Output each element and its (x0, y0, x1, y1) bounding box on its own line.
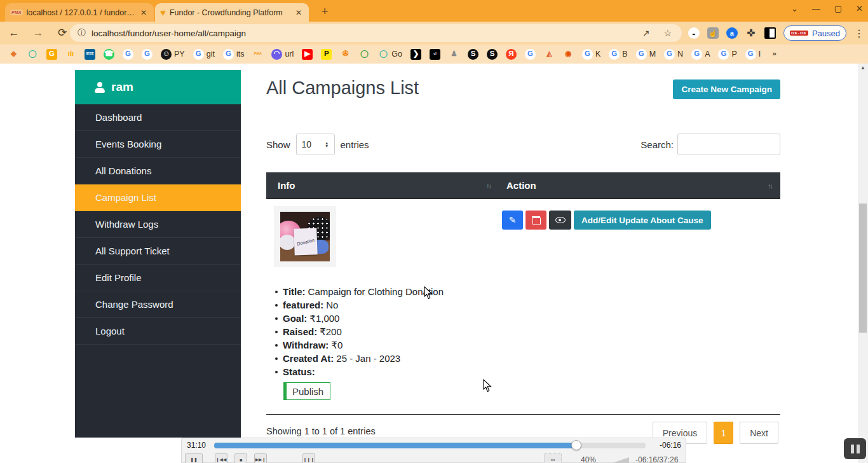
forward-icon[interactable]: → (29, 22, 47, 45)
bookmark-phpmyadmin[interactable]: PMA (252, 49, 263, 60)
publish-status-button[interactable]: Publish (283, 382, 330, 400)
bookmark-google[interactable]: GP (718, 49, 736, 60)
sidebar-item-campaign-list[interactable]: Campaign List (75, 184, 241, 211)
sort-icon[interactable]: ↑↓ (486, 182, 491, 190)
bookmark-whatsapp[interactable]: ☎ (104, 49, 114, 60)
playlist-button[interactable]: ❙❙❙ (302, 453, 315, 463)
pause-button[interactable]: ❚❚ (185, 453, 203, 463)
paused-extension-button[interactable]: OK·OK Paused (783, 25, 846, 41)
sidebar-item-change-password[interactable]: Change Password (75, 291, 241, 318)
subtitles-button[interactable]: txt (544, 453, 562, 463)
create-new-campaign-button[interactable]: Create New Campaign (673, 79, 780, 99)
volume-wedge-icon[interactable] (605, 457, 629, 463)
bookmark-star-icon[interactable]: ☆ (663, 28, 672, 38)
view-button[interactable] (549, 211, 571, 230)
bookmark-google[interactable]: Ggit (193, 49, 215, 60)
column-header-action[interactable]: Action ↑↓ (499, 172, 780, 198)
address-bar[interactable]: ⓘ localhost/fundor/user-home/all/campaig… (70, 24, 682, 42)
campaign-details-list: Title:Campaign for Clothing Donation fea… (275, 285, 444, 378)
bookmark-movie-cam[interactable]: ✇ (340, 49, 351, 60)
url-text[interactable]: localhost/fundor/user-home/all/campaign (92, 29, 642, 38)
new-tab-button[interactable]: + (316, 4, 333, 18)
chevron-down-icon[interactable]: ⌄ (791, 4, 798, 13)
bookmark-overflow[interactable]: » (769, 49, 780, 60)
next-track-button[interactable]: ▶▶❙ (254, 453, 267, 463)
bookmark-github[interactable]: ☺PY (161, 49, 185, 60)
bookmark-s-circle[interactable]: S (487, 49, 498, 60)
bookmark-ga-cube[interactable]: G (46, 49, 57, 60)
sidebar-item-withdraw-logs[interactable]: Withdraw Logs (75, 211, 241, 238)
tab-fundor[interactable]: ♥ Fundor - Crowdfunding Platform ✕ (155, 3, 309, 22)
bookmark-url-tool[interactable]: ◠url (271, 49, 294, 60)
page-1-button[interactable]: 1 (714, 422, 733, 444)
sidebar-item-logout[interactable]: Logout (75, 318, 241, 345)
bookmark-p-yellow[interactable]: P (321, 49, 332, 60)
bookmark-google[interactable]: GK (582, 49, 600, 60)
bookmark-google[interactable]: GA (691, 49, 710, 60)
bookmark-ieee[interactable]: IEEE (85, 49, 95, 60)
add-edit-update-button[interactable]: Add/Edit Update About Cause (574, 211, 711, 230)
bookmark-google[interactable]: GI (745, 49, 761, 60)
bookmark-ring-green[interactable]: ◯ (359, 49, 370, 60)
seek-bar[interactable] (214, 443, 646, 448)
close-button[interactable]: ✕ (856, 4, 863, 13)
panda-extension-icon[interactable]: ◒ (688, 27, 700, 39)
reload-icon[interactable]: ⟳ (53, 22, 71, 45)
bookmark-google[interactable]: GN (664, 49, 683, 60)
sidebar-item-edit-profile[interactable]: Edit Profile (75, 265, 241, 291)
minimize-button[interactable]: — (812, 4, 820, 13)
back-icon[interactable]: ← (5, 22, 23, 45)
column-header-info[interactable]: Info ↑↓ (266, 172, 499, 198)
search-input[interactable] (677, 134, 780, 155)
bookmark-go-teal[interactable]: ◯Go (378, 49, 402, 60)
pointer-extension-icon[interactable]: ☝ (707, 27, 719, 39)
floating-pause-button[interactable] (844, 438, 866, 459)
bookmark-google[interactable]: GB (609, 49, 627, 60)
tab-phpmyadmin[interactable]: PMA localhost / 127.0.0.1 / fundor | ph … (5, 3, 154, 22)
sidebar-item-all-support-ticket[interactable]: All Support Ticket (75, 238, 241, 265)
bookmark-google[interactable]: GM (636, 49, 656, 60)
reader-extension-icon[interactable] (764, 27, 776, 39)
stop-button[interactable]: ■ (234, 453, 247, 463)
sort-icon[interactable]: ↑↓ (768, 182, 772, 190)
sidebar-item-all-donations[interactable]: All Donations (75, 158, 241, 184)
bookmark-google[interactable]: G (525, 49, 536, 60)
seek-handle[interactable] (571, 440, 581, 450)
bookmark-yandex[interactable]: Я (506, 49, 517, 60)
bookmark-youtube[interactable]: ▶ (302, 49, 313, 60)
bookmark-matlab[interactable]: ◭ (544, 49, 555, 60)
page-scrollbar[interactable]: ▲ (858, 64, 868, 463)
bookmark-ring-teal[interactable]: ◯ (27, 49, 38, 60)
ring-green-icon: ◯ (359, 49, 370, 60)
maximize-button[interactable]: ▢ (834, 4, 842, 13)
detail-goal: Goal:₹1,000 (275, 312, 444, 325)
table-header: Info ↑↓ Action ↑↓ (266, 172, 780, 199)
bookmark-google[interactable]: G (142, 49, 153, 60)
scrollbar-up-arrow[interactable]: ▲ (858, 64, 868, 73)
tab-close-icon[interactable]: ✕ (139, 8, 149, 17)
a-extension-icon[interactable]: a (726, 27, 738, 39)
sidebar-item-events-booking[interactable]: Events Booking (75, 131, 241, 158)
previous-track-button[interactable]: ❙◀◀ (215, 453, 227, 463)
bookmark-google[interactable]: Gits (223, 49, 245, 60)
bookmark-person[interactable]: ♟ (449, 49, 459, 60)
scrollbar-thumb[interactable] (859, 204, 867, 333)
bookmark-signal-bars[interactable]: ılı (65, 49, 76, 60)
yandex-icon: Я (506, 49, 517, 60)
tab-close-icon[interactable]: ✕ (294, 8, 304, 17)
next-page-button[interactable]: Next (740, 422, 778, 444)
edit-button[interactable]: ✎ (502, 211, 523, 230)
bookmark-eye-orange[interactable]: ◉ (563, 49, 574, 60)
bookmark-google[interactable]: G (123, 49, 133, 60)
entries-length-select[interactable]: 10 ▲▼ (296, 134, 335, 155)
bookmark-cl[interactable]: cl (430, 49, 440, 60)
browser-menu-icon[interactable]: ⋮ (854, 27, 864, 39)
share-icon[interactable]: ↗ (642, 28, 650, 38)
bookmark-bird[interactable]: ❯ (410, 49, 421, 60)
sidebar-item-dashboard[interactable]: Dashboard (75, 104, 241, 131)
bookmark-s-circle[interactable]: S (468, 49, 478, 60)
bookmark-kite[interactable]: ◆ (8, 49, 19, 60)
extensions-puzzle-icon[interactable]: ✜ (745, 27, 757, 39)
delete-button[interactable] (526, 211, 546, 230)
site-info-icon[interactable]: ⓘ (78, 27, 86, 39)
